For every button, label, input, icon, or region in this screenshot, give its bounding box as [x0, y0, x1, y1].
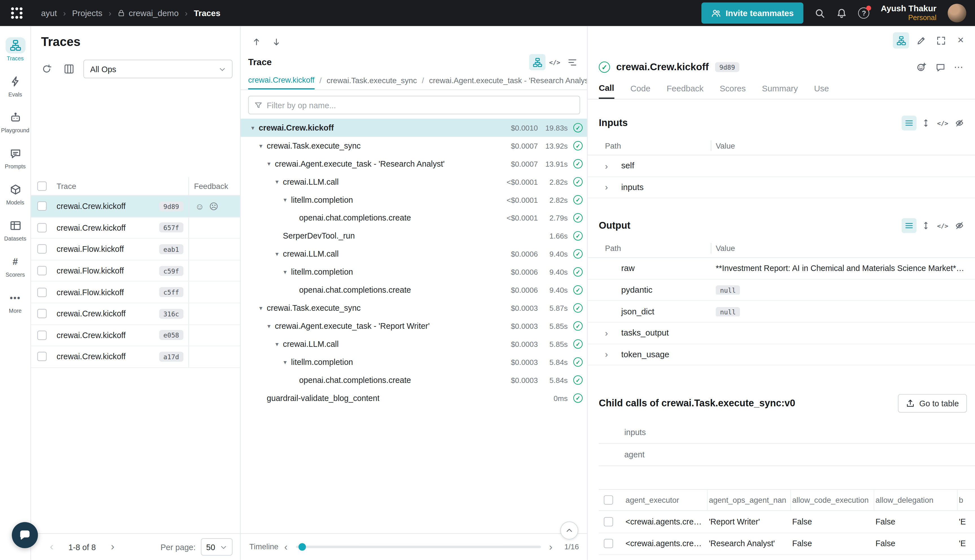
thumbs-up-feedback-icon[interactable]: ☺ [195, 201, 204, 211]
table-row[interactable]: crewai.Flow.kickoff c59f [31, 260, 240, 282]
select-all-checkbox[interactable] [604, 495, 613, 505]
column-header[interactable]: allow_delegation [874, 490, 958, 510]
chevron-down-icon[interactable]: ▾ [256, 305, 265, 311]
row-checkbox[interactable] [37, 223, 47, 232]
tab-call[interactable]: Call [599, 78, 614, 99]
output-row-raw[interactable]: raw **Investment Report: AI in Chemical … [588, 258, 975, 280]
wandb-logo[interactable] [9, 5, 25, 21]
trace-tree-row[interactable]: ▾ crewai.Crew.kickoff $0.0010 19.83s ✓ [240, 119, 588, 137]
table-row[interactable]: crewai.Crew.kickoff 316c [31, 303, 240, 325]
tab-scores[interactable]: Scores [720, 78, 746, 99]
trace-op-link[interactable]: crewai.Flow.kickoff [57, 288, 124, 297]
trace-op-link[interactable]: crewai.Crew.kickoff [57, 330, 126, 340]
output-row-pydantic[interactable]: pydantic null [588, 280, 975, 301]
select-all-checkbox[interactable] [37, 182, 47, 191]
column-header[interactable]: b [958, 490, 975, 510]
sidebar-item-models[interactable]: Models [0, 175, 30, 212]
column-header[interactable]: agent_ops_agent_nan [708, 490, 791, 510]
trace-tree-row[interactable]: ▾ crewai.Agent.execute_task - 'Research … [240, 155, 588, 173]
chevron-down-icon[interactable]: ▾ [256, 142, 265, 149]
trace-tree-row[interactable]: ▾ crewai.LLM.call $0.0006 9.40s ✓ [240, 245, 588, 263]
trace-tree-row[interactable]: ▾ crewai.Task.execute_sync $0.0003 5.87s… [240, 299, 588, 317]
prev-page-icon[interactable]: ‹ [43, 541, 60, 553]
tree-view-button[interactable] [529, 54, 545, 70]
hide-values-eye-icon[interactable] [952, 116, 967, 130]
row-checkbox[interactable] [37, 288, 47, 297]
chevron-down-icon[interactable]: ▾ [280, 359, 290, 365]
edit-pencil-icon[interactable] [913, 32, 929, 48]
row-checkbox[interactable] [37, 352, 47, 362]
trace-tree-row[interactable]: ▾ litellm.completion $0.0006 9.40s ✓ [240, 263, 588, 281]
sidebar-item-prompts[interactable]: Prompts [0, 139, 30, 175]
input-row-self[interactable]: › self [588, 155, 975, 177]
tab-code[interactable]: Code [630, 78, 650, 99]
close-icon[interactable]: × [953, 32, 969, 48]
chevron-down-icon[interactable]: ▾ [272, 178, 282, 185]
collapse-panel-button[interactable] [560, 522, 578, 539]
row-checkbox[interactable] [604, 517, 613, 527]
trace-crumb[interactable]: crewai.Task.execute_sync [327, 72, 417, 90]
code-view-icon[interactable]: </> [935, 218, 950, 233]
column-header[interactable]: agent_executor [624, 490, 708, 510]
breadcrumb-projects[interactable]: Projects [72, 8, 102, 18]
trace-crumb[interactable]: crewai.Agent.execute_task - 'Research An… [429, 72, 588, 90]
tab-feedback[interactable]: Feedback [667, 78, 704, 99]
rows-view-icon[interactable] [902, 116, 917, 130]
rows-view-icon[interactable] [902, 218, 917, 233]
trace-tree-row[interactable]: ▾ crewai.Task.execute_sync $0.0007 13.92… [240, 137, 588, 155]
input-row-inputs[interactable]: › inputs [588, 177, 975, 198]
go-to-table-button[interactable]: Go to table [898, 394, 967, 413]
output-row-tasks-output[interactable]: › tasks_output [588, 323, 975, 344]
account-menu[interactable]: Ayush Thakur Personal [881, 4, 937, 22]
sidebar-item-evals[interactable]: Evals [0, 67, 30, 103]
trace-tree-row[interactable]: ▾ crewai.Agent.execute_task - 'Report Wr… [240, 317, 588, 335]
sidebar-item-playground[interactable]: Playground [0, 103, 30, 139]
trace-tree-row[interactable]: openai.chat.completions.create $0.0003 5… [240, 371, 588, 389]
chevron-down-icon[interactable]: ▾ [280, 196, 290, 203]
row-checkbox[interactable] [37, 202, 47, 211]
notifications-bell-icon[interactable] [837, 8, 847, 18]
flame-view-button[interactable] [564, 54, 580, 70]
search-icon[interactable] [815, 8, 825, 18]
chevron-right-icon[interactable]: › [605, 182, 616, 192]
expand-rows-icon[interactable] [918, 116, 933, 130]
op-name-filter-input[interactable] [267, 100, 574, 110]
column-header-trace[interactable]: Trace [57, 182, 76, 191]
column-header[interactable]: allow_code_execution [791, 490, 874, 510]
trace-op-link[interactable]: crewai.Flow.kickoff [57, 266, 124, 275]
table-row[interactable]: crewai.Crew.kickoff a17d [31, 346, 240, 368]
row-checkbox[interactable] [604, 539, 613, 548]
trace-tree-row[interactable]: ▾ litellm.completion <$0.0001 2.82s ✓ [240, 191, 588, 209]
tab-use[interactable]: Use [814, 78, 829, 99]
next-call-arrow-icon[interactable] [268, 33, 284, 50]
timeline-prev-icon[interactable]: ‹ [279, 542, 294, 553]
trace-tree-row[interactable]: openai.chat.completions.create <$0.0001 … [240, 209, 588, 227]
fullscreen-icon[interactable] [933, 32, 949, 48]
chevron-down-icon[interactable]: ▾ [248, 124, 257, 131]
chevron-right-icon[interactable]: › [605, 328, 616, 338]
trace-tree-row[interactable]: ▾ crewai.LLM.call $0.0003 5.85s ✓ [240, 335, 588, 353]
ops-filter-select[interactable]: All Ops [83, 60, 232, 78]
table-row[interactable]: crewai.Crew.kickoff 9d89 ☺ ☹ [31, 196, 240, 217]
trace-tree-row[interactable]: ▾ litellm.completion $0.0003 5.84s ✓ [240, 353, 588, 371]
table-row[interactable]: crewai.Flow.kickoff c5ff [31, 282, 240, 303]
table-row[interactable]: crewai.Crew.kickoff 657f [31, 217, 240, 239]
chevron-down-icon[interactable]: ▾ [264, 160, 274, 167]
row-checkbox[interactable] [37, 266, 47, 275]
trace-tree-row[interactable]: openai.chat.completions.create $0.0006 9… [240, 281, 588, 299]
code-view-icon[interactable]: </> [935, 116, 950, 130]
table-row[interactable]: crewai.Crew.kickoff e058 [31, 325, 240, 346]
per-page-select[interactable]: 50 [200, 538, 232, 556]
child-call-row[interactable]: <crewai.agents.cre… 'Report Writer' Fals… [599, 511, 975, 533]
comment-icon[interactable] [932, 59, 948, 75]
code-view-button[interactable]: </> [546, 54, 563, 70]
column-settings-button[interactable] [61, 61, 77, 77]
trace-op-link[interactable]: crewai.Crew.kickoff [57, 223, 126, 232]
trace-op-link[interactable]: crewai.Crew.kickoff [57, 202, 126, 211]
trace-crumb[interactable]: crewai.Crew.kickoff [248, 72, 314, 90]
sidebar-item-datasets[interactable]: Datasets [0, 211, 30, 247]
sidebar-item-scorers[interactable]: # Scorers [0, 247, 30, 283]
sidebar-item-more[interactable]: ••• More [0, 283, 30, 320]
thumbs-down-feedback-icon[interactable]: ☹ [209, 201, 218, 211]
chevron-down-icon[interactable]: ▾ [272, 250, 282, 257]
